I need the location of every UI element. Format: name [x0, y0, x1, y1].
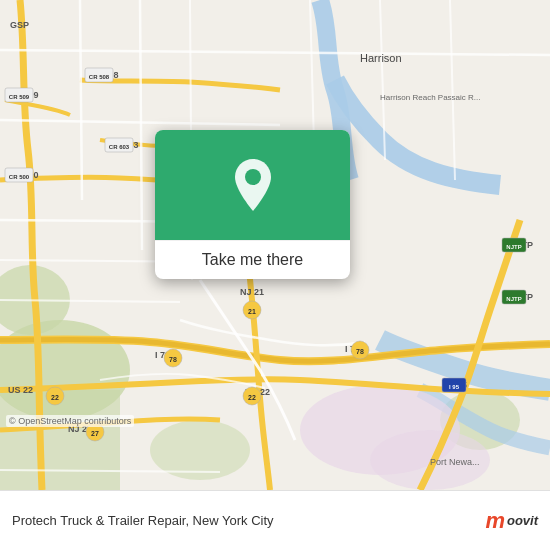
- card-button[interactable]: Take me there: [155, 240, 350, 279]
- svg-text:78: 78: [169, 356, 177, 363]
- moovit-text: oovit: [507, 513, 538, 528]
- svg-text:Harrison Reach Passaic R...: Harrison Reach Passaic R...: [380, 93, 480, 102]
- svg-rect-3: [0, 390, 120, 490]
- svg-text:78: 78: [356, 348, 364, 355]
- svg-text:27: 27: [91, 430, 99, 437]
- location-pin-icon: [229, 157, 277, 213]
- bottom-bar: Protech Truck & Trailer Repair, New York…: [0, 490, 550, 550]
- moovit-m-letter: m: [485, 510, 505, 532]
- moovit-logo: m oovit: [485, 510, 538, 532]
- svg-text:22: 22: [248, 394, 256, 401]
- svg-text:CR 508: CR 508: [89, 74, 110, 80]
- svg-text:NJTP: NJTP: [506, 244, 521, 250]
- svg-text:CR 509: CR 509: [9, 94, 30, 100]
- svg-text:I 95: I 95: [449, 384, 460, 390]
- svg-text:CR 603: CR 603: [109, 144, 130, 150]
- map-container: GSP CR 508 CR 509 CR 500 CR 603 NJ 21 I …: [0, 0, 550, 490]
- svg-text:CR 500: CR 500: [9, 174, 30, 180]
- svg-point-51: [245, 169, 261, 185]
- svg-text:Port Newa...: Port Newa...: [430, 457, 480, 467]
- svg-text:22: 22: [51, 394, 59, 401]
- svg-text:Harrison: Harrison: [360, 52, 402, 64]
- copyright-text: © OpenStreetMap contributors: [6, 415, 134, 427]
- svg-text:21: 21: [248, 308, 256, 315]
- business-name: Protech Truck & Trailer Repair, New York…: [12, 513, 274, 528]
- svg-text:US 22: US 22: [8, 385, 33, 395]
- svg-text:NJ 21: NJ 21: [240, 287, 264, 297]
- svg-text:NJTP: NJTP: [506, 296, 521, 302]
- take-me-there-card[interactable]: Take me there: [155, 130, 350, 279]
- card-top: [155, 130, 350, 240]
- svg-text:GSP: GSP: [10, 20, 29, 30]
- business-info: Protech Truck & Trailer Repair, New York…: [12, 513, 274, 528]
- take-me-there-label: Take me there: [202, 251, 303, 269]
